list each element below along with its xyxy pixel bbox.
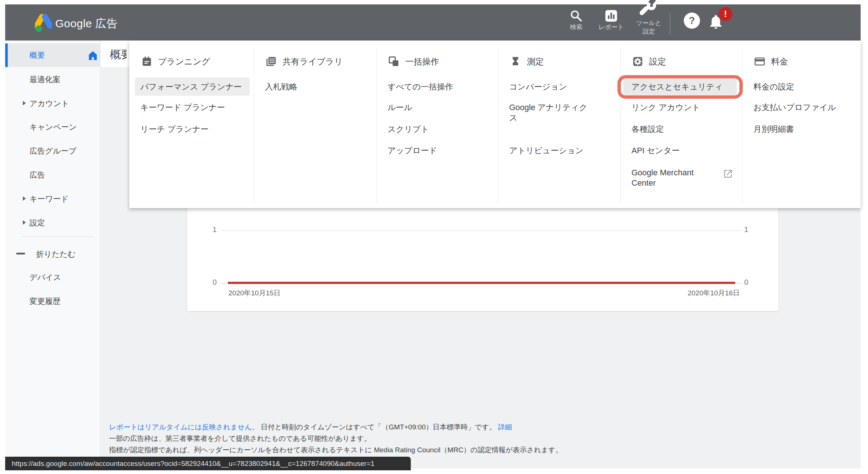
- sidebar-selected-bar: [5, 43, 8, 67]
- tools-label-line2: 設定: [627, 27, 671, 36]
- sidebar-item-account[interactable]: アカウント: [29, 98, 69, 109]
- realtime-note-link[interactable]: レポートはリアルタイムには反映されません。: [109, 423, 259, 431]
- menu-item-monthly-invoices[interactable]: 月別明細書: [753, 124, 794, 134]
- footnote-line-3: 指標が認定指標であれば、列ヘッダーにカーソルを合わせて表示されるテキストに Me…: [109, 444, 706, 456]
- search-icon: [570, 10, 582, 22]
- x-axis-date-right: 2020年10月16日: [662, 288, 740, 298]
- menu-item-preferences[interactable]: 各種設定: [631, 124, 664, 134]
- chevron-right-icon[interactable]: [23, 101, 26, 105]
- menu-item-bid-strategies[interactable]: 入札戦略: [265, 82, 297, 92]
- tools-settings-button[interactable]: ツールと 設定: [631, 0, 666, 38]
- billing-icon: [754, 56, 765, 67]
- collapse-icon[interactable]: [16, 253, 25, 254]
- google-ads-app: Google 広告 検索 レポート: [0, 0, 868, 474]
- sidebar-item-devices[interactable]: デバイス: [29, 272, 61, 282]
- menu-column-setup: 設定 アクセスとセキュリティ リンク アカウント 各種設定 API センター G…: [620, 41, 742, 208]
- menu-column-header: 料金: [754, 55, 788, 68]
- reports-button[interactable]: レポート: [596, 10, 626, 39]
- menu-column-billing: 料金 料金の設定 お支払いプロファイル 月別明細書: [742, 41, 864, 208]
- chart-series-line: [228, 282, 735, 284]
- external-link-icon: [723, 169, 733, 179]
- shared-library-icon: [266, 56, 277, 67]
- top-app-bar: Google 広告 検索 レポート: [5, 4, 861, 41]
- y-tick-right-0: 0: [744, 278, 766, 287]
- sidebar-nav: 概要 最適化案 アカウント キャンペーン 広告グループ 広告 キーワード 設定 …: [5, 41, 101, 457]
- bulk-actions-icon: [388, 56, 399, 67]
- help-icon: ?: [689, 15, 695, 26]
- menu-item-reach-planner[interactable]: リーチ プランナー: [140, 124, 209, 134]
- menu-item-conversions[interactable]: コンバージョン: [509, 82, 567, 92]
- menu-item-google-merchant-center[interactable]: Google Merchant Center: [631, 168, 705, 188]
- y-tick-right-1: 1: [744, 225, 766, 234]
- wrench-icon: [638, 0, 659, 21]
- y-tick-left-0: 0: [195, 278, 217, 287]
- menu-item-payments-profile[interactable]: お支払いプロファイル: [753, 102, 836, 113]
- sidebar-item-overview[interactable]: [5, 43, 101, 67]
- notification-badge: !: [718, 7, 732, 21]
- sidebar-item-change-history[interactable]: 変更履歴: [29, 296, 60, 306]
- report-footnotes: レポートはリアルタイムには反映されません。 日付と時刻のタイムゾーンはすべて「（…: [109, 421, 706, 456]
- tools-settings-menu: プランニング パフォーマンス プランナー キーワード プランナー リーチ プラン…: [129, 41, 861, 208]
- sidebar-item-campaigns[interactable]: キャンペーン: [29, 122, 77, 132]
- menu-item-performance-planner[interactable]: パフォーマンス プランナー: [140, 82, 242, 92]
- chevron-right-icon[interactable]: [23, 196, 26, 201]
- menu-column-planning: プランニング パフォーマンス プランナー キーワード プランナー リーチ プラン…: [129, 41, 251, 208]
- menu-item-uploads[interactable]: アップロード: [388, 145, 437, 156]
- menu-item-scripts[interactable]: スクリプト: [388, 124, 429, 134]
- menu-item-all-bulk-actions[interactable]: すべての一括操作: [388, 82, 453, 92]
- settings-icon: [632, 56, 643, 67]
- menu-column-header: 測定: [510, 55, 544, 68]
- menu-column-header: 設定: [632, 55, 666, 68]
- sidebar-item-ad-groups[interactable]: 広告グループ: [29, 146, 76, 156]
- help-button[interactable]: ?: [684, 13, 700, 29]
- menu-column-measurement: 測定 コンバージョン Google アナリティクス アトリビューション: [498, 41, 620, 208]
- google-ads-logo-icon[interactable]: [35, 13, 52, 32]
- details-link[interactable]: 詳細: [498, 423, 512, 431]
- chart-gridline-1: [221, 230, 741, 231]
- y-tick-left-1: 1: [195, 225, 217, 234]
- measurement-icon: [510, 56, 521, 67]
- menu-column-shared-library: 共有ライブラリ 入札戦略: [254, 41, 376, 208]
- sidebar-item-keywords[interactable]: キーワード: [29, 194, 69, 204]
- footnote-line-1: レポートはリアルタイムには反映されません。 日付と時刻のタイムゾーンはすべて「（…: [109, 421, 706, 433]
- sidebar-collapse-button[interactable]: 折りたたむ: [36, 249, 76, 259]
- status-bar-url: https://ads.google.com/aw/accountaccess/…: [5, 457, 411, 470]
- footnote-line-2: 一部の広告枠は、第三者事業者を介して提供されたものである可能性があります。: [109, 433, 706, 444]
- menu-item-billing-settings[interactable]: 料金の設定: [753, 82, 794, 92]
- chevron-right-icon[interactable]: [23, 220, 26, 225]
- planning-icon: [141, 56, 152, 67]
- sidebar-item-settings[interactable]: 設定: [29, 218, 45, 228]
- menu-item-linked-accounts[interactable]: リンク アカウント: [631, 102, 700, 113]
- sidebar-item-ads[interactable]: 広告: [29, 170, 45, 180]
- search-button[interactable]: 検索: [561, 10, 591, 39]
- sidebar-item-overview-label[interactable]: 概要: [29, 50, 45, 60]
- menu-item-rules[interactable]: ルール: [388, 102, 412, 113]
- tools-label-line1: ツールと: [627, 19, 671, 27]
- menu-item-keyword-planner[interactable]: キーワード プランナー: [140, 102, 225, 113]
- reports-icon: [605, 10, 617, 22]
- menu-column-header: 共有ライブラリ: [266, 55, 343, 68]
- x-axis-date-left: 2020年10月15日: [228, 288, 281, 298]
- menu-column-header: 一括操作: [388, 55, 439, 68]
- home-icon: [87, 50, 99, 62]
- sidebar-divider: [21, 236, 94, 237]
- sidebar-item-recommendations[interactable]: 最適化案: [29, 74, 60, 85]
- menu-column-bulk-actions: 一括操作 すべての一括操作 ルール スクリプト アップロード: [377, 41, 498, 208]
- app-title: Google 広告: [55, 16, 118, 31]
- page-title: 概要: [110, 46, 127, 63]
- menu-item-attribution[interactable]: アトリビューション: [509, 145, 584, 156]
- timezone-note: 日付と時刻のタイムゾーンはすべて「（GMT+09:00）日本標準時」です。: [259, 423, 498, 431]
- topbar-divider: [670, 13, 670, 35]
- menu-column-header: プランニング: [141, 55, 210, 68]
- menu-item-access-security[interactable]: アクセスとセキュリティ: [631, 82, 723, 92]
- menu-item-google-analytics[interactable]: Google アナリティクス: [509, 102, 589, 123]
- menu-item-api-center[interactable]: API センター: [631, 145, 680, 156]
